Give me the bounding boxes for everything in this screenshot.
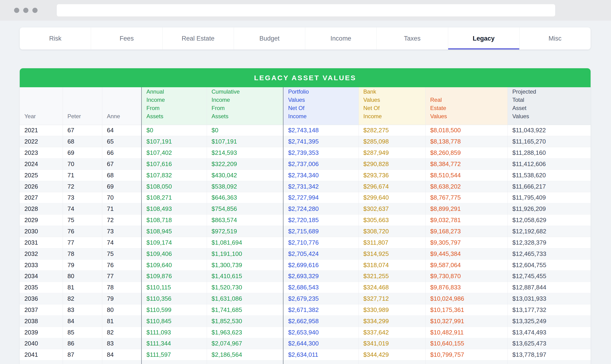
cell: 2021 bbox=[20, 125, 63, 136]
cell: $12,328,379 bbox=[507, 237, 591, 248]
cell: 84 bbox=[102, 349, 142, 361]
column-header-real: Real Estate Values bbox=[425, 87, 507, 125]
cell: $2,679,235 bbox=[283, 293, 359, 304]
cell: 85 bbox=[63, 327, 102, 338]
cell: $287,949 bbox=[359, 147, 425, 158]
tab-fees[interactable]: Fees bbox=[91, 27, 162, 50]
table-row: 20378380$110,599$1,741,685$2,671,382$330… bbox=[20, 304, 591, 316]
cell: $110,356 bbox=[142, 293, 207, 304]
cell: $9,305,797 bbox=[425, 237, 507, 248]
cell: 73 bbox=[63, 192, 102, 203]
cell: $109,406 bbox=[142, 248, 207, 260]
tab-taxes[interactable]: Taxes bbox=[377, 27, 448, 50]
cell: $109,876 bbox=[142, 271, 207, 282]
cell: $972,519 bbox=[207, 226, 283, 237]
cell: $311,807 bbox=[359, 237, 425, 248]
table-row: 20247067$107,616$322,209$2,737,006$290,8… bbox=[20, 158, 591, 170]
column-header-anne: Anne bbox=[102, 87, 142, 125]
cell: $8,899,291 bbox=[425, 203, 507, 215]
tab-misc[interactable]: Misc bbox=[519, 27, 591, 50]
column-header-peter: Peter bbox=[63, 87, 102, 125]
cell bbox=[63, 361, 102, 364]
cell: $0 bbox=[142, 125, 207, 136]
cell: $10,482,911 bbox=[425, 327, 507, 338]
tab-bar: RiskFeesReal EstateBudgetIncomeTaxesLega… bbox=[20, 27, 591, 50]
url-bar[interactable] bbox=[57, 4, 555, 16]
cell: $12,604,755 bbox=[507, 260, 591, 271]
cell: $13,325,249 bbox=[507, 315, 591, 327]
cell: $754,856 bbox=[207, 203, 283, 215]
cell bbox=[359, 361, 425, 364]
cell: $108,945 bbox=[142, 226, 207, 237]
cell: $302,637 bbox=[359, 203, 425, 215]
cell: 74 bbox=[63, 203, 102, 215]
window-control-dot[interactable] bbox=[32, 8, 38, 13]
window-control-dot[interactable] bbox=[23, 8, 28, 13]
cell: $2,074,967 bbox=[207, 338, 283, 349]
cell: $13,625,473 bbox=[507, 338, 591, 349]
cell: $8,767,775 bbox=[425, 192, 507, 203]
cell: $110,845 bbox=[142, 315, 207, 327]
cell: 79 bbox=[63, 260, 102, 271]
cell: $11,412,606 bbox=[507, 158, 591, 170]
cell: $2,710,776 bbox=[283, 237, 359, 248]
cell: $9,445,384 bbox=[425, 248, 507, 260]
table-row: 20368279$110,356$1,631,086$2,679,235$327… bbox=[20, 293, 591, 304]
cell: 72 bbox=[102, 215, 142, 226]
cell: 81 bbox=[63, 282, 102, 293]
cell: $2,741,395 bbox=[283, 136, 359, 147]
cell: 69 bbox=[102, 181, 142, 192]
column-header-projected: Projected Total Asset Values bbox=[507, 87, 591, 125]
cell: $11,666,217 bbox=[507, 181, 591, 192]
cell: $12,058,629 bbox=[507, 215, 591, 226]
tab-real-estate[interactable]: Real Estate bbox=[163, 27, 234, 50]
cell: $12,887,844 bbox=[507, 282, 591, 293]
cell: 83 bbox=[102, 338, 142, 349]
cell: $110,115 bbox=[142, 282, 207, 293]
cell: $110,599 bbox=[142, 304, 207, 316]
cell: 83 bbox=[63, 304, 102, 316]
table-title: LEGACY ASSET VALUES bbox=[20, 68, 591, 87]
tab-income[interactable]: Income bbox=[305, 27, 377, 50]
tab-risk[interactable]: Risk bbox=[20, 27, 91, 50]
table-row: 20226865$107,191$107,191$2,741,395$285,0… bbox=[20, 136, 591, 147]
cell: $1,852,530 bbox=[207, 315, 283, 327]
cell: 69 bbox=[63, 147, 102, 158]
cell: $11,165,270 bbox=[507, 136, 591, 147]
cell: $8,138,778 bbox=[425, 136, 507, 147]
cell: $12,192,682 bbox=[507, 226, 591, 237]
cell: 2033 bbox=[20, 260, 63, 271]
cell: 70 bbox=[63, 158, 102, 170]
cell: $13,778,197 bbox=[507, 349, 591, 361]
table-row bbox=[20, 361, 591, 364]
cell: $2,662,958 bbox=[283, 315, 359, 327]
table-row: 20317774$109,174$1,081,694$2,710,776$311… bbox=[20, 237, 591, 248]
table-row: 20358178$110,115$1,520,730$2,686,543$324… bbox=[20, 282, 591, 293]
cell: 67 bbox=[102, 158, 142, 170]
cell: $2,634,011 bbox=[283, 349, 359, 361]
cell: 2038 bbox=[20, 315, 63, 327]
cell: $9,587,064 bbox=[425, 260, 507, 271]
cell: $8,384,772 bbox=[425, 158, 507, 170]
cell: $308,720 bbox=[359, 226, 425, 237]
cell: $9,168,273 bbox=[425, 226, 507, 237]
table-row: 20418784$111,597$2,186,564$2,634,011$344… bbox=[20, 349, 591, 361]
cell: $296,674 bbox=[359, 181, 425, 192]
cell: 68 bbox=[102, 169, 142, 181]
cell: 75 bbox=[63, 215, 102, 226]
cell: 75 bbox=[102, 248, 142, 260]
cell: $324,468 bbox=[359, 282, 425, 293]
column-header-annual: Annual Income From Assets bbox=[142, 87, 207, 125]
cell: $11,926,209 bbox=[507, 203, 591, 215]
window-control-dot[interactable] bbox=[14, 8, 19, 13]
cell: $9,730,870 bbox=[425, 271, 507, 282]
cell: 2024 bbox=[20, 158, 63, 170]
table-row: 20287471$108,493$754,856$2,724,280$302,6… bbox=[20, 203, 591, 215]
cell: $0 bbox=[207, 125, 283, 136]
cell: $108,271 bbox=[142, 192, 207, 203]
tab-budget[interactable]: Budget bbox=[234, 27, 305, 50]
cell: 2032 bbox=[20, 248, 63, 260]
cell: 82 bbox=[102, 327, 142, 338]
tab-legacy[interactable]: Legacy bbox=[448, 27, 519, 50]
cell: $305,663 bbox=[359, 215, 425, 226]
